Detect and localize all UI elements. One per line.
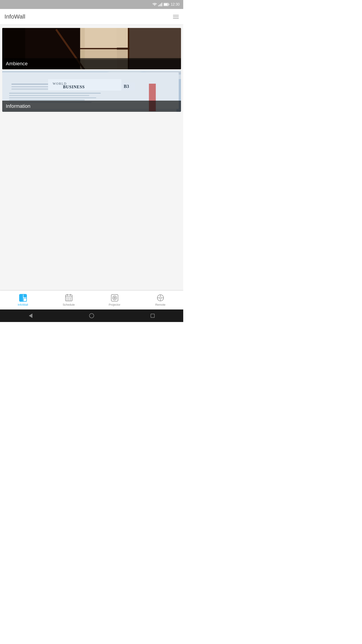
svg-point-53 <box>70 298 71 299</box>
svg-rect-17 <box>80 48 130 49</box>
app-title: InfoWall <box>4 13 25 20</box>
nav-item-remote[interactable]: Remote <box>137 291 183 310</box>
app-header: InfoWall <box>0 9 183 24</box>
svg-rect-41 <box>2 70 181 72</box>
svg-rect-36 <box>9 95 89 96</box>
information-label: Information <box>2 100 181 112</box>
home-icon <box>89 313 94 318</box>
svg-point-63 <box>160 298 161 298</box>
svg-point-51 <box>67 298 67 299</box>
svg-point-55 <box>68 300 69 300</box>
battery-icon <box>164 3 169 6</box>
recent-icon <box>151 314 155 318</box>
svg-point-56 <box>70 300 71 300</box>
menu-line-1 <box>173 15 179 16</box>
infowall-icon <box>19 294 27 302</box>
wifi-icon <box>152 3 157 6</box>
svg-rect-6 <box>164 4 168 6</box>
status-bar: 12:30 <box>0 0 183 9</box>
nav-item-projector[interactable]: Projector <box>92 291 137 310</box>
svg-rect-1 <box>159 4 160 6</box>
svg-text:B3: B3 <box>124 84 129 89</box>
svg-rect-3 <box>162 3 162 6</box>
svg-rect-37 <box>9 98 96 98</box>
information-card[interactable]: WORLD BUSINESS B3 Information <box>2 70 181 112</box>
nav-item-infowall[interactable]: InfoWall <box>0 291 46 310</box>
svg-rect-35 <box>9 93 101 94</box>
menu-line-3 <box>173 18 179 18</box>
status-time: 12:30 <box>171 2 180 6</box>
nav-label-remote: Remote <box>155 303 166 306</box>
nav-label-projector: Projector <box>109 303 120 306</box>
svg-rect-2 <box>160 4 161 6</box>
recent-button[interactable] <box>149 312 156 319</box>
nav-label-schedule: Schedule <box>62 303 75 306</box>
svg-rect-5 <box>168 4 169 5</box>
svg-rect-45 <box>23 294 26 298</box>
menu-icon[interactable] <box>173 15 179 18</box>
nav-label-infowall: InfoWall <box>18 303 28 306</box>
ambience-label: Ambience <box>2 58 181 69</box>
back-icon <box>29 314 32 318</box>
system-nav <box>0 310 183 322</box>
svg-rect-38 <box>9 100 85 100</box>
status-icons: 12:30 <box>152 2 180 6</box>
projector-icon <box>111 294 119 302</box>
svg-rect-44 <box>19 294 23 302</box>
svg-rect-0 <box>158 5 159 6</box>
ambience-card[interactable]: Ambience <box>2 28 181 69</box>
bottom-nav: InfoWall Schedule Projector <box>0 290 183 310</box>
main-content: Ambience WORLD <box>0 24 183 290</box>
svg-rect-12 <box>85 28 128 48</box>
menu-line-2 <box>173 16 179 17</box>
svg-text:BUSINESS: BUSINESS <box>63 85 85 89</box>
nav-item-schedule[interactable]: Schedule <box>46 291 92 310</box>
remote-icon <box>156 294 164 302</box>
schedule-icon <box>65 294 73 302</box>
svg-point-60 <box>114 298 115 298</box>
svg-point-52 <box>68 298 69 299</box>
back-button[interactable] <box>27 312 34 319</box>
svg-point-54 <box>67 300 67 300</box>
svg-rect-46 <box>23 298 26 302</box>
home-button[interactable] <box>88 312 95 319</box>
signal-icon <box>158 3 162 6</box>
